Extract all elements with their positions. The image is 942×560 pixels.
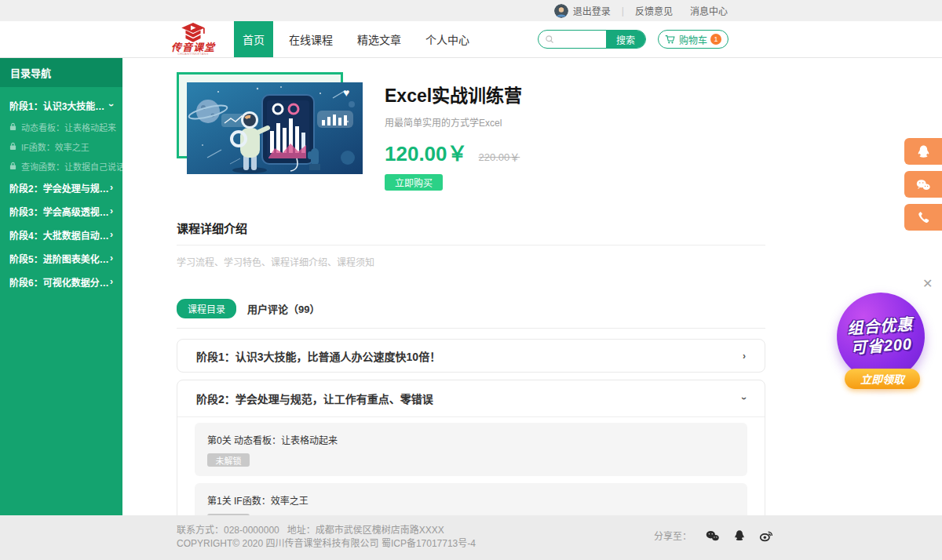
wechat-contact-button[interactable]	[904, 171, 942, 198]
tab-comments[interactable]: 用户评论（99）	[247, 301, 319, 316]
accordion-stage1[interactable]: 阶段1：认识3大技能，比普通人办公速度快10倍！ ›	[177, 339, 765, 373]
accordion-stage2-header[interactable]: 阶段2：学会处理与规范，让工作有重点、零错误 ›	[177, 380, 765, 417]
wechat-share-icon[interactable]	[705, 529, 720, 542]
phone-icon	[917, 211, 930, 224]
sidebar-item-stage6[interactable]: 阶段6：可视化数据分析，帮老板... ›	[0, 270, 122, 293]
nav-right: 搜索 购物车 1	[538, 21, 728, 57]
nav-item-courses[interactable]: 在线课程	[280, 21, 341, 57]
chevron-down-icon: ›	[107, 104, 116, 107]
close-icon[interactable]: ✕	[922, 276, 933, 291]
chevron-right-icon: ›	[110, 230, 113, 239]
tab-bar: 课程目录 用户评论（99）	[177, 299, 765, 329]
chevron-right-icon: ›	[110, 277, 113, 286]
brand-subtitle: CHUANYINKETANG	[177, 52, 209, 56]
footer-copyright: COPYRIGHT© 2020 四川传音课堂科技有限公司 蜀ICP备170177…	[177, 537, 476, 551]
user-menu[interactable]: 退出登录	[554, 4, 611, 18]
lock-icon	[9, 122, 16, 131]
search-input[interactable]	[554, 31, 606, 48]
promo-line2: 可省200	[850, 334, 913, 358]
qq-contact-button[interactable]	[904, 138, 942, 165]
sidebar-item-stage2[interactable]: 阶段2：学会处理与规范，让工作... ›	[0, 176, 122, 199]
sidebar-subitem-dashboard[interactable]: 动态看板：让表格动起来	[0, 117, 122, 136]
nav-item-profile[interactable]: 个人中心	[417, 21, 478, 57]
course-cover-image[interactable]	[187, 82, 363, 174]
original-price: 220.00￥	[479, 149, 520, 164]
current-price: 120.00￥	[385, 137, 468, 166]
lesson-row[interactable]: 第0关 动态看板：让表格动起来 未解锁	[195, 423, 747, 476]
nav-item-home[interactable]: 首页	[234, 21, 273, 57]
catalog-sidebar: 目录导航 阶段1：认识3大技能，比普通人... › 动态看板：让表格动起来 IF…	[0, 58, 122, 515]
locked-status-badge: 未解锁	[207, 453, 250, 467]
contact-float-bar	[904, 138, 942, 231]
chevron-right-icon: ›	[110, 183, 113, 192]
messages-link[interactable]: 消息中心	[690, 4, 728, 17]
lock-icon	[9, 142, 16, 151]
tab-catalog[interactable]: 课程目录	[177, 299, 236, 318]
feedback-link[interactable]: 反馈意见	[635, 4, 673, 17]
cart-count-badge: 1	[710, 34, 721, 45]
sidebar-title: 目录导航	[0, 58, 122, 87]
course-media: ♥	[177, 71, 363, 177]
course-info: Excel实战训练营 用最简单实用的方式学Excel 120.00￥ 220.0…	[385, 71, 522, 191]
chevron-down-icon: ›	[739, 397, 749, 400]
share-label: 分享至：	[654, 529, 692, 542]
sidebar-item-stage5[interactable]: 阶段5：进阶图表美化，让汇报一... ›	[0, 246, 122, 270]
sidebar-subitem-if[interactable]: IF函数：效率之王	[0, 136, 122, 156]
phone-contact-button[interactable]	[904, 204, 942, 231]
chevron-right-icon: ›	[110, 253, 113, 263]
sidebar-item-stage3[interactable]: 阶段3：学会高级透视，拥有同时... ›	[0, 199, 122, 223]
weibo-share-icon[interactable]	[759, 529, 774, 542]
brand-name: 传音课堂	[171, 43, 215, 52]
lock-icon	[9, 162, 16, 170]
footer-info: 联系方式：028-0000000 地址：成都市武侯区槐树店南路XXXX COPY…	[177, 524, 476, 551]
main-menu: 首页 在线课程 精选文章 个人中心	[234, 21, 485, 57]
wechat-icon	[915, 178, 931, 191]
avatar-image	[554, 4, 568, 18]
promo-popup: ✕ 组合优惠 可省200 立即领取	[831, 271, 942, 398]
qq-icon	[916, 144, 931, 159]
brand-logo[interactable]: 传音课堂 CHUANYINKETANG	[171, 21, 215, 57]
logout-link[interactable]: 退出登录	[573, 4, 611, 17]
footer-contact: 联系方式：028-0000000 地址：成都市武侯区槐树店南路XXXX	[177, 524, 476, 537]
graduation-cap-icon	[179, 23, 207, 43]
topbar: 退出登录 | 反馈意见 消息中心	[0, 0, 942, 21]
footer: 联系方式：028-0000000 地址：成都市武侯区槐树店南路XXXX COPY…	[0, 515, 942, 560]
cart-button[interactable]: 购物车 1	[658, 30, 728, 49]
cart-icon	[665, 35, 676, 45]
course-subtitle: 用最简单实用的方式学Excel	[385, 115, 522, 129]
course-title: Excel实战训练营	[385, 81, 522, 107]
topbar-divider: |	[622, 5, 624, 16]
sidebar-subitem-lookup[interactable]: 查询函数：让数据自己说话	[0, 156, 122, 176]
sidebar-item-stage4[interactable]: 阶段4：大批数据自动统计分析，... ›	[0, 223, 122, 246]
nav-item-articles[interactable]: 精选文章	[349, 21, 410, 57]
favorite-heart-icon[interactable]: ♥	[343, 86, 349, 99]
course-header: ♥ Excel实战训练营 用最简单实用的方式学Excel 120.00￥ 220…	[177, 71, 942, 191]
claim-coupon-button[interactable]: 立即领取	[845, 369, 920, 389]
navbar: 传音课堂 CHUANYINKETANG 首页 在线课程 精选文章 个人中心 搜索	[0, 21, 942, 58]
buy-now-button[interactable]: 立即购买	[385, 174, 443, 191]
chevron-right-icon: ›	[110, 206, 113, 216]
price-row: 120.00￥ 220.00￥	[385, 137, 522, 166]
sidebar-item-stage1[interactable]: 阶段1：认识3大技能，比普通人... ›	[0, 93, 122, 117]
search-icon	[545, 35, 554, 44]
cart-label: 购物车	[679, 33, 707, 46]
chevron-right-icon: ›	[743, 351, 746, 361]
search-button[interactable]: 搜索	[606, 30, 645, 49]
qq-share-icon[interactable]	[733, 529, 746, 542]
avatar[interactable]	[554, 4, 568, 18]
main-content: ♥ Excel实战训练营 用最简单实用的方式学Excel 120.00￥ 220…	[122, 58, 942, 515]
detail-heading: 课程详细介绍	[177, 220, 765, 245]
search-box: 搜索	[538, 30, 646, 49]
detail-crumbs: 学习流程、学习特色、课程详细介绍、课程须知	[177, 255, 942, 268]
footer-share: 分享至：	[654, 529, 774, 542]
